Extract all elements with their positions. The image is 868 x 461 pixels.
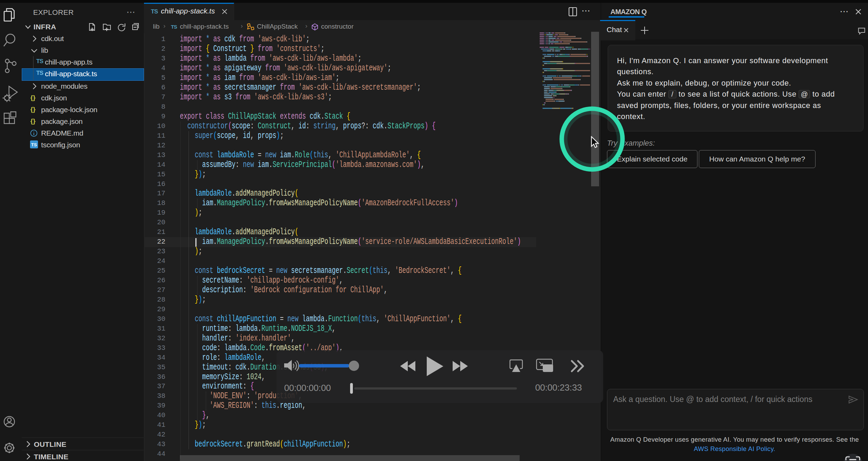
svg-text:00:00:23:33: 00:00:23:33 [535, 382, 582, 393]
svg-text:00:00:00:00: 00:00:00:00 [284, 383, 331, 393]
